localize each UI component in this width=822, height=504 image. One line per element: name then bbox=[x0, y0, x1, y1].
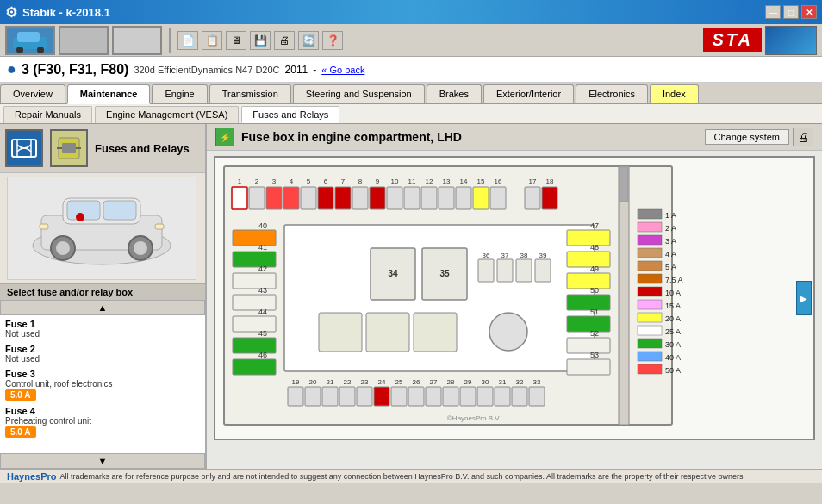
svg-rect-59 bbox=[542, 187, 557, 209]
svg-rect-119 bbox=[512, 387, 527, 406]
sub-tabs: Repair Manuals Engine Management (VESA) … bbox=[0, 104, 822, 124]
tab-transmission[interactable]: Transmission bbox=[209, 84, 291, 103]
svg-text:25 A: 25 A bbox=[665, 327, 681, 336]
svg-text:11: 11 bbox=[408, 177, 416, 185]
svg-rect-44 bbox=[266, 187, 282, 209]
svg-rect-149 bbox=[638, 287, 662, 296]
fuse-item-1: Fuse 1 Not used bbox=[5, 319, 200, 339]
svg-text:36: 36 bbox=[483, 252, 490, 259]
svg-rect-109 bbox=[339, 387, 355, 406]
svg-rect-108 bbox=[322, 387, 338, 406]
fuse2-desc: Not used bbox=[5, 354, 200, 364]
svg-rect-15 bbox=[103, 201, 136, 220]
toolbar-monitor-icon[interactable]: 🖥 bbox=[226, 31, 246, 50]
app-title: Stabik - k-2018.1 bbox=[22, 6, 110, 19]
svg-rect-63 bbox=[233, 252, 276, 267]
svg-text:35: 35 bbox=[439, 269, 450, 278]
window-controls[interactable]: — □ ✕ bbox=[765, 5, 817, 19]
bmw-logo: ● bbox=[7, 60, 16, 78]
svg-rect-49 bbox=[352, 187, 368, 209]
svg-rect-155 bbox=[638, 326, 662, 335]
fuse-diagram: 1 2 3 4 5 6 7 8 9 10 11 12 13 14 15 16 1… bbox=[214, 156, 815, 440]
svg-text:18: 18 bbox=[546, 177, 554, 185]
tab-electronics[interactable]: Electronics bbox=[576, 84, 648, 103]
toolbar-refresh-icon[interactable]: 🔄 bbox=[298, 31, 319, 50]
thumbnail2 bbox=[59, 26, 109, 55]
tab-index[interactable]: Index bbox=[650, 84, 699, 103]
subtab-fuses[interactable]: Fuses and Relays bbox=[241, 106, 339, 123]
svg-rect-43 bbox=[249, 187, 265, 209]
title-bar-title: ⚙ Stabik - k-2018.1 bbox=[5, 4, 110, 21]
toolbar-list-icon[interactable]: 📋 bbox=[202, 31, 222, 50]
svg-rect-53 bbox=[421, 187, 437, 209]
scroll-up[interactable]: ▲ bbox=[0, 300, 205, 315]
toolbar-help-icon[interactable]: ❓ bbox=[322, 31, 343, 50]
svg-text:15 A: 15 A bbox=[665, 302, 681, 310]
svg-text:10: 10 bbox=[391, 177, 399, 185]
minimize-button[interactable]: — bbox=[765, 5, 781, 19]
car-model: 3 (F30, F31, F80) bbox=[22, 62, 129, 78]
svg-rect-61 bbox=[233, 230, 276, 246]
svg-text:9: 9 bbox=[376, 177, 380, 185]
go-back-link[interactable]: « Go back bbox=[321, 65, 364, 75]
tab-engine[interactable]: Engine bbox=[152, 84, 207, 103]
fuse-item-2: Fuse 2 Not used bbox=[5, 344, 200, 364]
toolbar-save-icon[interactable]: 💾 bbox=[250, 31, 271, 50]
svg-rect-67 bbox=[233, 295, 276, 310]
svg-rect-120 bbox=[529, 387, 545, 406]
fuse4-title: Fuse 4 bbox=[5, 406, 200, 416]
svg-text:4 A: 4 A bbox=[665, 250, 676, 258]
tab-maintenance[interactable]: Maintenance bbox=[67, 84, 151, 104]
svg-rect-130 bbox=[567, 316, 610, 332]
car-year: 2011 bbox=[285, 64, 308, 76]
toolbar-doc-icon[interactable]: 📄 bbox=[177, 31, 198, 50]
svg-text:26: 26 bbox=[413, 378, 420, 386]
svg-text:5: 5 bbox=[307, 177, 311, 185]
svg-rect-136 bbox=[620, 167, 628, 202]
svg-rect-151 bbox=[638, 300, 662, 309]
svg-text:44: 44 bbox=[258, 308, 267, 316]
svg-rect-117 bbox=[477, 387, 493, 406]
svg-rect-128 bbox=[567, 295, 610, 310]
svg-rect-87 bbox=[319, 313, 362, 352]
toolbar-print-icon[interactable]: 🖨 bbox=[274, 31, 295, 50]
svg-text:53: 53 bbox=[590, 351, 599, 359]
fuse-list[interactable]: Fuse 1 Not used Fuse 2 Not used Fuse 3 C… bbox=[0, 315, 205, 453]
main-diagram-panel: ⚡ Fuse box in engine compartment, LHD Ch… bbox=[207, 124, 822, 469]
subtab-repair[interactable]: Repair Manuals bbox=[3, 106, 92, 123]
svg-text:6: 6 bbox=[324, 177, 328, 185]
maximize-button[interactable]: □ bbox=[783, 5, 799, 19]
subtab-engine-mgmt[interactable]: Engine Management (VESA) bbox=[95, 106, 239, 123]
svg-rect-147 bbox=[638, 274, 662, 283]
side-panel-icon[interactable]: ▶ bbox=[796, 281, 812, 315]
svg-rect-143 bbox=[638, 248, 662, 258]
svg-rect-88 bbox=[366, 313, 409, 352]
svg-rect-135 bbox=[619, 166, 629, 425]
svg-text:8: 8 bbox=[358, 177, 363, 185]
svg-text:20: 20 bbox=[309, 378, 317, 386]
svg-rect-47 bbox=[318, 187, 333, 209]
tab-steering[interactable]: Steering and Suspension bbox=[293, 84, 425, 103]
svg-rect-124 bbox=[567, 252, 610, 267]
tab-exterior[interactable]: Exterior/Interior bbox=[483, 84, 574, 103]
svg-rect-48 bbox=[335, 187, 351, 209]
svg-rect-116 bbox=[460, 387, 476, 406]
svg-point-22 bbox=[76, 213, 84, 221]
change-system-button[interactable]: Change system bbox=[705, 129, 789, 145]
fuse3-title: Fuse 3 bbox=[5, 369, 200, 379]
svg-rect-57 bbox=[490, 187, 506, 209]
print-icon[interactable]: 🖨 bbox=[793, 128, 813, 146]
svg-text:37: 37 bbox=[501, 252, 509, 259]
svg-rect-46 bbox=[301, 187, 316, 209]
close-button[interactable]: ✕ bbox=[801, 5, 817, 19]
tab-overview[interactable]: Overview bbox=[0, 84, 65, 103]
fuse-list-inner: Fuse 1 Not used Fuse 2 Not used Fuse 3 C… bbox=[0, 315, 205, 446]
svg-rect-50 bbox=[370, 187, 385, 209]
scroll-down[interactable]: ▼ bbox=[0, 453, 205, 469]
svg-text:33: 33 bbox=[533, 378, 541, 386]
svg-rect-51 bbox=[387, 187, 402, 209]
svg-text:46: 46 bbox=[258, 351, 267, 359]
svg-text:48: 48 bbox=[590, 243, 599, 252]
svg-text:49: 49 bbox=[590, 264, 599, 273]
tab-brakes[interactable]: Brakes bbox=[427, 84, 482, 103]
